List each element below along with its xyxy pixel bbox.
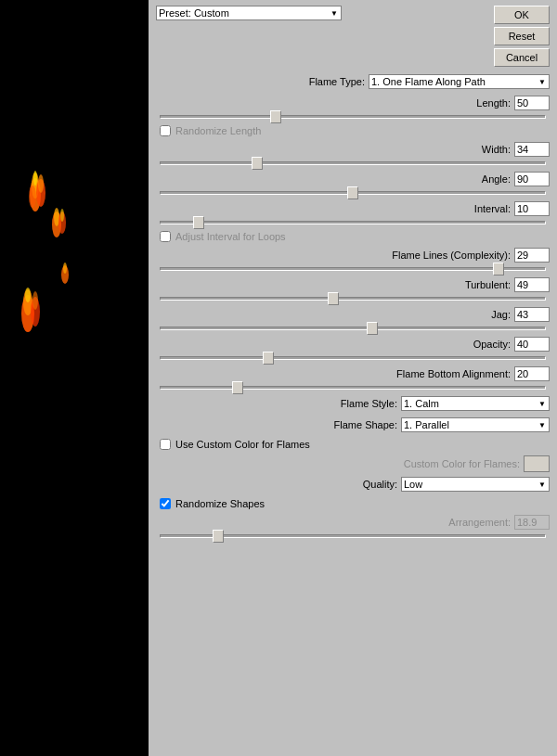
flame-style-select-wrapper[interactable]: 1. Calm2. Violent3. Slow4. Wavy <box>401 396 550 411</box>
width-slider-row[interactable] <box>156 161 550 165</box>
adjust-interval-label: Adjust Interval for Loops <box>175 231 286 242</box>
width-row: Width: <box>156 142 550 157</box>
randomize-length-row: Randomize Length <box>156 125 550 136</box>
adjust-interval-row: Adjust Interval for Loops <box>156 231 550 242</box>
angle-slider-track[interactable] <box>160 191 546 195</box>
use-custom-color-label: Use Custom Color for Flames <box>175 439 310 450</box>
svg-point-16 <box>63 263 67 274</box>
controls-panel: Preset: Custom OK Reset Cancel Flame Typ… <box>149 0 557 756</box>
flame-shape-select-wrapper[interactable]: 1. Parallel2. Toward the Center3. Spread… <box>401 417 550 432</box>
interval-slider-track[interactable] <box>160 221 546 224</box>
angle-label: Angle: <box>482 173 511 185</box>
flame-type-select-wrapper[interactable]: 1. One Flame Along Path2. Multiple Flame… <box>369 74 550 89</box>
quality-select-wrapper[interactable]: LowMediumHigh <box>401 477 550 492</box>
opacity-label: Opacity: <box>473 339 511 350</box>
opacity-input[interactable] <box>514 337 550 352</box>
angle-slider-thumb[interactable] <box>347 186 358 199</box>
arrangement-label: Arrangement: <box>448 517 511 528</box>
flame-bottom-alignment-slider-thumb[interactable] <box>232 381 243 394</box>
interval-label: Interval: <box>474 203 511 214</box>
flame-lines-slider-track[interactable] <box>160 267 546 271</box>
reset-button[interactable]: Reset <box>494 27 550 45</box>
width-input[interactable] <box>514 142 550 157</box>
interval-input[interactable] <box>514 201 550 216</box>
flame-lines-row: Flame Lines (Complexity): <box>156 248 550 263</box>
length-label: Length: <box>476 97 511 109</box>
interval-slider-thumb[interactable] <box>193 216 204 229</box>
adjust-interval-checkbox[interactable] <box>160 231 171 242</box>
turbulent-slider-track[interactable] <box>160 297 546 301</box>
svg-point-4 <box>38 174 44 193</box>
opacity-slider-row[interactable] <box>156 356 550 360</box>
svg-point-2 <box>33 171 37 186</box>
quality-select[interactable]: LowMediumHigh <box>401 477 550 492</box>
flame-type-row: Flame Type: 1. One Flame Along Path2. Mu… <box>156 74 550 89</box>
turbulent-row: Turbulent: <box>156 277 550 292</box>
arrangement-slider-track[interactable] <box>160 534 546 538</box>
interval-row: Interval: <box>156 201 550 216</box>
flame-bottom-alignment-slider-track[interactable] <box>160 386 546 390</box>
custom-color-row: Custom Color for Flames: <box>156 455 550 472</box>
flame-lines-slider-thumb[interactable] <box>493 263 504 275</box>
jag-input[interactable] <box>514 307 550 322</box>
use-custom-color-row: Use Custom Color for Flames <box>156 439 550 450</box>
svg-point-9 <box>60 209 64 222</box>
flame-lines-slider-row[interactable] <box>156 267 550 271</box>
turbulent-input[interactable] <box>514 277 550 292</box>
flame-style-label: Flame Style: <box>341 398 397 409</box>
flame-bottom-alignment-row: Flame Bottom Alignment: <box>156 366 550 381</box>
length-slider-track[interactable] <box>160 115 546 119</box>
flame-type-select[interactable]: 1. One Flame Along Path2. Multiple Flame… <box>369 74 550 89</box>
randomize-length-label: Randomize Length <box>175 125 261 136</box>
opacity-slider-thumb[interactable] <box>263 352 274 365</box>
opacity-slider-track[interactable] <box>160 356 546 360</box>
arrangement-row: Arrangement: <box>156 515 550 530</box>
width-slider-track[interactable] <box>160 161 546 165</box>
width-label: Width: <box>482 144 511 155</box>
randomize-length-checkbox[interactable] <box>160 125 171 136</box>
arrangement-slider-row[interactable] <box>156 534 550 538</box>
flame-shape-row: Flame Shape: 1. Parallel2. Toward the Ce… <box>156 417 550 432</box>
jag-slider-track[interactable] <box>160 327 546 330</box>
use-custom-color-checkbox[interactable] <box>160 439 171 450</box>
flame-bottom-alignment-slider-row[interactable] <box>156 386 550 390</box>
angle-input[interactable] <box>514 172 550 186</box>
randomize-shapes-checkbox[interactable] <box>160 498 171 509</box>
jag-label: Jag: <box>491 309 511 320</box>
preset-select[interactable]: Preset: Custom <box>156 6 342 20</box>
turbulent-slider-row[interactable] <box>156 297 550 301</box>
turbulent-slider-thumb[interactable] <box>328 292 339 305</box>
flame-style-select[interactable]: 1. Calm2. Violent3. Slow4. Wavy <box>401 396 550 411</box>
flame-bottom-alignment-label: Flame Bottom Alignment: <box>396 368 511 379</box>
preset-select-wrapper[interactable]: Preset: Custom <box>156 6 342 20</box>
flame-shape-select[interactable]: 1. Parallel2. Toward the Center3. Spread… <box>401 417 550 432</box>
quality-row: Quality: LowMediumHigh <box>156 477 550 492</box>
interval-slider-row[interactable] <box>156 221 550 224</box>
custom-color-swatch[interactable] <box>524 455 550 472</box>
turbulent-label: Turbulent: <box>465 279 511 290</box>
jag-slider-row[interactable] <box>156 327 550 330</box>
length-slider-thumb[interactable] <box>270 110 281 123</box>
randomize-shapes-row: Randomize Shapes <box>156 498 550 509</box>
jag-row: Jag: <box>156 307 550 322</box>
svg-point-5 <box>29 186 36 208</box>
custom-color-label: Custom Color for Flames: <box>404 458 520 469</box>
angle-slider-row[interactable] <box>156 191 550 195</box>
length-slider-row[interactable] <box>156 115 550 119</box>
arrangement-slider-thumb[interactable] <box>213 530 224 543</box>
length-input[interactable] <box>514 96 550 110</box>
flame-bottom-alignment-input[interactable] <box>514 366 550 381</box>
preview-panel <box>0 0 149 756</box>
opacity-row: Opacity: <box>156 337 550 352</box>
quality-label: Quality: <box>363 479 397 490</box>
ok-button[interactable]: OK <box>494 6 550 24</box>
flame-shape-label: Flame Shape: <box>334 419 397 430</box>
arrangement-input[interactable] <box>514 515 550 530</box>
flame-style-row: Flame Style: 1. Calm2. Violent3. Slow4. … <box>156 396 550 411</box>
flame-type-label: Flame Type: <box>309 76 365 87</box>
flame-lines-input[interactable] <box>514 248 550 263</box>
jag-slider-thumb[interactable] <box>367 322 378 335</box>
width-slider-thumb[interactable] <box>252 157 263 170</box>
cancel-button[interactable]: Cancel <box>494 48 550 67</box>
angle-row: Angle: <box>156 172 550 186</box>
